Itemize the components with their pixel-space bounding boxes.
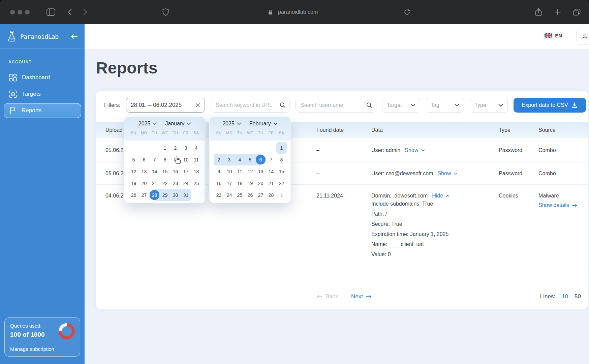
calendar-day[interactable]: 1	[276, 142, 287, 154]
forward-icon[interactable]	[83, 9, 88, 16]
back-icon[interactable]	[67, 9, 72, 16]
calendar-day[interactable]: 9	[214, 165, 224, 177]
calendar-day[interactable]: 3	[224, 154, 235, 165]
tag-dropdown[interactable]: Tag	[426, 98, 464, 113]
zoom-window-icon[interactable]	[25, 10, 30, 14]
calendar-day[interactable]: 7	[149, 154, 160, 165]
calendar-day[interactable]: 1	[160, 142, 170, 154]
calendar-day[interactable]: 7	[266, 154, 276, 165]
back-button[interactable]: Back	[317, 293, 338, 300]
lines-option-50[interactable]: 50	[575, 293, 581, 300]
search-url-input[interactable]	[211, 98, 290, 113]
calendar-day[interactable]: 31	[181, 189, 191, 201]
calendar-day[interactable]: 25	[235, 189, 245, 201]
calendar-day[interactable]: 20	[139, 177, 149, 189]
calendar-day[interactable]: 15	[160, 165, 170, 177]
url-bar[interactable]: paranoidlab.com	[268, 9, 318, 15]
share-icon[interactable]	[535, 8, 542, 17]
calendar-day[interactable]: 18	[191, 165, 202, 177]
export-csv-button[interactable]: Export data to CSV	[514, 98, 586, 113]
calendar-day[interactable]: 24	[181, 177, 191, 189]
calendar-day[interactable]: 6	[139, 154, 149, 165]
year-selector[interactable]: 2025	[222, 121, 241, 127]
window-controls[interactable]	[10, 10, 30, 14]
calendar-day[interactable]: 17	[224, 177, 235, 189]
target-dropdown[interactable]: Target	[382, 98, 420, 113]
calendar-day[interactable]: 26	[245, 189, 255, 201]
calendar-day[interactable]: 28	[266, 189, 276, 201]
calendar-day[interactable]: 2	[214, 154, 224, 165]
calendar-day[interactable]: 16	[170, 165, 181, 177]
sidebar-item-targets[interactable]: Targets	[4, 87, 81, 101]
calendar-day[interactable]: 8	[160, 154, 170, 165]
collapse-sidebar-icon[interactable]	[71, 34, 78, 39]
calendar-day[interactable]: 9	[170, 154, 181, 165]
calendar-day[interactable]: 11	[235, 165, 245, 177]
calendar-day[interactable]: 27	[255, 189, 266, 201]
user-menu-button[interactable]	[576, 28, 589, 45]
calendar-day[interactable]: 22	[160, 177, 170, 189]
calendar-day[interactable]: 4	[235, 154, 245, 165]
hide-data-link[interactable]: Hide	[432, 193, 450, 199]
tab-overview-icon[interactable]	[573, 9, 581, 16]
type-dropdown[interactable]: Type	[470, 98, 508, 113]
manage-subscription-link[interactable]: Manage subcription	[10, 346, 54, 352]
sidebar-toggle-icon[interactable]	[46, 8, 55, 16]
calendar-day[interactable]: 21	[149, 177, 160, 189]
calendar-day[interactable]: 25	[191, 177, 202, 189]
shield-icon[interactable]	[162, 8, 169, 16]
calendar-day[interactable]: 12	[245, 165, 255, 177]
calendar-day[interactable]: 27	[139, 189, 149, 201]
calendar-day[interactable]: 30	[170, 189, 181, 201]
calendar-day[interactable]: 8	[276, 154, 287, 165]
calendar-day[interactable]: 10	[181, 154, 191, 165]
show-data-link[interactable]: Show	[405, 147, 425, 153]
calendar-day[interactable]: 18	[235, 177, 245, 189]
new-tab-icon[interactable]	[554, 9, 561, 16]
calendar-day[interactable]: 22	[276, 177, 287, 189]
calendar-day[interactable]: 28	[149, 189, 160, 201]
calendar-day[interactable]: 16	[214, 177, 224, 189]
calendar-day[interactable]: 13	[139, 165, 149, 177]
month-selector[interactable]: February	[249, 121, 278, 127]
calendar-day[interactable]: 23	[170, 177, 181, 189]
calendar-day[interactable]: 10	[224, 165, 235, 177]
reload-icon[interactable]	[404, 9, 410, 16]
date-range-input[interactable]: 28.01. – 06.02.2025	[126, 98, 205, 113]
show-data-link[interactable]: Show	[437, 171, 458, 177]
calendar-day[interactable]: 13	[255, 165, 266, 177]
calendar-day[interactable]: 29	[160, 189, 170, 201]
calendar-day[interactable]: 20	[255, 177, 266, 189]
calendar-day[interactable]: 3	[181, 142, 191, 154]
calendar-day[interactable]: 14	[266, 165, 276, 177]
calendar-day[interactable]: 6	[255, 154, 266, 165]
calendar-day[interactable]: 19	[245, 177, 255, 189]
calendar-day[interactable]: 26	[128, 189, 139, 201]
close-window-icon[interactable]	[10, 10, 15, 14]
minimize-window-icon[interactable]	[18, 10, 22, 14]
next-button[interactable]: Next	[351, 293, 372, 300]
calendar-day[interactable]: 12	[128, 165, 139, 177]
calendar-day[interactable]: 17	[181, 165, 191, 177]
sidebar-item-reports[interactable]: Reports	[4, 103, 81, 118]
calendar-day[interactable]: 14	[149, 165, 160, 177]
year-selector[interactable]: 2025	[138, 121, 157, 127]
month-selector[interactable]: January	[165, 121, 191, 127]
calendar-day[interactable]: 5	[128, 154, 139, 165]
calendar-day[interactable]: 24	[224, 189, 235, 201]
calendar-day[interactable]: 11	[191, 154, 202, 165]
calendar-day[interactable]: 5	[245, 154, 255, 165]
calendar-day[interactable]: 21	[266, 177, 276, 189]
calendar-day[interactable]: 23	[214, 189, 224, 201]
show-details-link[interactable]: Show details	[538, 202, 577, 208]
language-selector[interactable]: EN	[545, 33, 562, 38]
search-username-input[interactable]	[296, 98, 376, 113]
calendar-day[interactable]: 1	[276, 189, 287, 201]
lines-option-10[interactable]: 10	[562, 293, 568, 300]
sidebar-item-dashboard[interactable]: Dashboard	[4, 70, 81, 85]
clear-date-icon[interactable]	[195, 103, 200, 108]
calendar-day[interactable]: 2	[170, 142, 181, 154]
calendar-day[interactable]: 19	[128, 177, 139, 189]
calendar-day[interactable]: 4	[191, 142, 202, 154]
calendar-day[interactable]: 15	[276, 165, 287, 177]
